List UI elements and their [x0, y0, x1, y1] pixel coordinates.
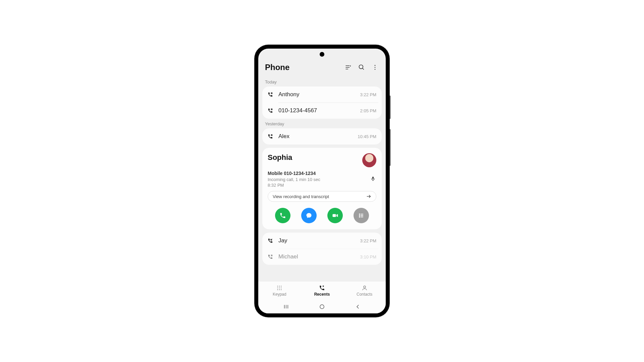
svg-line-4 — [363, 68, 364, 70]
svg-point-23 — [277, 286, 278, 287]
contacts-icon — [362, 285, 368, 291]
tab-label: Recents — [314, 292, 330, 297]
power-button — [389, 96, 390, 119]
expanded-call-detail: Incoming call, 1 min 10 sec — [268, 177, 370, 182]
outgoing-call-icon — [268, 108, 274, 113]
pill-button-label: View recording and transcript — [273, 194, 329, 199]
more-options-icon[interactable] — [371, 63, 379, 71]
camera-hole — [320, 52, 324, 57]
tab-contacts[interactable]: Contacts — [343, 282, 386, 300]
android-system-nav — [258, 300, 386, 313]
call-row[interactable]: Alex 10:45 PM — [262, 128, 382, 144]
tab-keypad[interactable]: Keypad — [258, 282, 301, 300]
call-name: 010-1234-4567 — [278, 107, 356, 114]
call-name: Alex — [278, 133, 353, 140]
svg-point-32 — [364, 286, 366, 288]
section-label-yesterday: Yesterday — [262, 119, 382, 128]
phone-device-frame: Phone Today — [255, 45, 389, 317]
recents-list: Today Anthony 3:22 PM 010-1234-4567 2:05… — [258, 77, 386, 281]
svg-point-19 — [359, 217, 360, 217]
outgoing-call-icon — [268, 134, 274, 139]
svg-point-31 — [281, 289, 281, 290]
video-call-button[interactable] — [327, 208, 343, 223]
svg-point-27 — [279, 288, 280, 288]
call-time: 2:05 PM — [360, 108, 376, 113]
tab-label: Keypad — [273, 292, 286, 297]
expanded-call-time: 8:32 PM — [268, 183, 376, 188]
svg-point-6 — [375, 67, 376, 68]
outgoing-call-icon — [268, 92, 274, 97]
svg-point-3 — [359, 65, 363, 69]
arrow-right-icon — [366, 194, 371, 199]
view-recording-button[interactable]: View recording and transcript — [268, 191, 376, 202]
section-label-today: Today — [262, 77, 382, 86]
call-name: Anthony — [278, 91, 356, 98]
call-row[interactable]: Anthony 3:22 PM — [262, 86, 382, 103]
svg-marker-14 — [336, 214, 338, 217]
svg-point-15 — [359, 214, 360, 215]
filter-icon[interactable] — [344, 63, 352, 71]
app-header: Phone — [258, 60, 386, 77]
more-calls-card: Jay 3:22 PM Michael 3:10 PM — [262, 233, 382, 265]
call-time: 3:22 PM — [360, 92, 376, 97]
svg-point-17 — [359, 215, 360, 216]
search-icon[interactable] — [358, 63, 366, 71]
details-button[interactable] — [354, 208, 369, 223]
call-button[interactable] — [275, 208, 290, 223]
today-card: Anthony 3:22 PM 010-1234-4567 2:05 PM — [262, 86, 382, 119]
system-home-button[interactable] — [318, 303, 326, 310]
message-button[interactable] — [301, 208, 317, 223]
tab-label: Contacts — [357, 292, 372, 297]
svg-point-5 — [375, 65, 376, 66]
incoming-call-icon — [268, 238, 274, 243]
call-row[interactable]: Michael 3:10 PM — [262, 249, 382, 265]
call-actions-row — [268, 208, 376, 223]
svg-point-26 — [277, 288, 278, 288]
svg-point-30 — [279, 289, 280, 290]
keypad-icon — [276, 285, 282, 291]
call-name: Jay — [278, 237, 356, 244]
svg-point-7 — [375, 69, 376, 70]
system-recents-button[interactable] — [282, 303, 290, 310]
system-back-button[interactable] — [354, 303, 362, 310]
expanded-contact-name: Sophia — [268, 153, 292, 162]
bottom-tab-bar: Keypad Recents Contacts — [258, 281, 386, 300]
tab-recents[interactable]: Recents — [301, 282, 343, 300]
svg-point-24 — [279, 286, 280, 287]
call-time: 3:22 PM — [360, 238, 376, 243]
screen: Phone Today — [258, 49, 386, 313]
call-time: 3:10 PM — [360, 254, 376, 259]
svg-point-29 — [277, 289, 278, 290]
recents-icon — [319, 285, 325, 291]
microphone-icon — [370, 176, 376, 182]
call-row[interactable]: 010-1234-4567 2:05 PM — [262, 103, 382, 119]
svg-point-25 — [281, 286, 281, 287]
outgoing-call-icon — [268, 254, 274, 259]
yesterday-card: Alex 10:45 PM — [262, 128, 382, 144]
svg-point-28 — [281, 288, 281, 288]
page-title: Phone — [265, 63, 339, 72]
call-row[interactable]: Jay 3:22 PM — [262, 233, 382, 249]
call-time: 10:45 PM — [358, 134, 376, 139]
contact-avatar[interactable] — [362, 153, 376, 167]
volume-button — [389, 129, 390, 166]
svg-point-36 — [320, 305, 324, 309]
expanded-number-label: Mobile 010-1234-1234 — [268, 171, 376, 176]
expanded-call-card: Sophia Mobile 010-1234-1234 Incoming cal… — [262, 148, 382, 229]
svg-rect-13 — [333, 214, 336, 217]
call-name: Michael — [278, 253, 356, 260]
